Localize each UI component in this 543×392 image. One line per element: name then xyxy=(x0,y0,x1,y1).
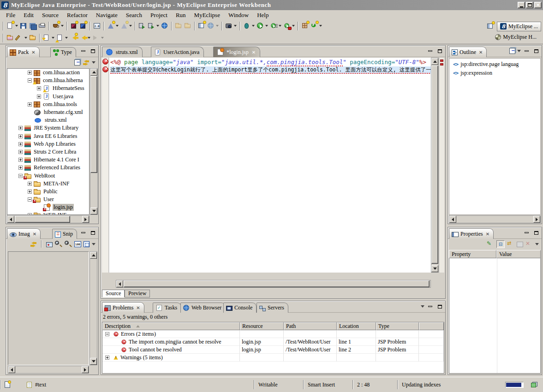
dropdown-arrow-icon[interactable] xyxy=(88,37,90,39)
scroll-left-arrow[interactable] xyxy=(8,366,15,373)
maximize-view-button[interactable] xyxy=(89,229,97,236)
close-button[interactable] xyxy=(534,2,542,8)
dropdown-arrow-icon[interactable] xyxy=(279,25,281,27)
tree-item[interactable]: User xyxy=(7,196,89,203)
error-overview-mark[interactable] xyxy=(440,59,443,62)
dropdown-arrow-icon[interactable] xyxy=(265,25,268,27)
new-web-project-button[interactable] xyxy=(51,20,65,31)
zoom-in-button[interactable] xyxy=(65,240,72,248)
refresh-button[interactable] xyxy=(310,20,323,31)
tree-item[interactable]: hibernate.cfg.xml xyxy=(7,108,89,116)
dropdown-arrow-icon[interactable] xyxy=(61,25,64,27)
expand-toggle[interactable] xyxy=(37,95,41,99)
scroll-down-arrow[interactable] xyxy=(431,265,438,272)
tree-item[interactable]: WEB-INF xyxy=(7,211,89,215)
scroll-thumb[interactable] xyxy=(431,65,438,264)
tree-item[interactable]: struts.xml xyxy=(7,116,89,124)
column-description[interactable]: Description xyxy=(102,322,240,330)
tab-snippets[interactable]: Snip xyxy=(52,229,77,239)
source-tab[interactable]: Source xyxy=(102,290,125,297)
maximize-button[interactable] xyxy=(526,2,533,8)
scroll-right-arrow[interactable] xyxy=(533,216,540,223)
close-icon[interactable] xyxy=(136,305,140,310)
screen-capture-button[interactable] xyxy=(224,20,238,31)
tab-tasks[interactable]: Tasks xyxy=(153,303,181,313)
editor-tab-struts-xml[interactable]: struts.xml xyxy=(102,47,143,57)
next-annotation-button[interactable] xyxy=(42,32,55,43)
tab-type-hierarchy[interactable]: Type xyxy=(50,47,76,57)
tree-item[interactable]: Web App Libraries xyxy=(7,140,89,148)
scroll-thumb[interactable] xyxy=(124,280,430,287)
web-tools-button[interactable] xyxy=(206,20,220,31)
scroll-left-arrow[interactable] xyxy=(449,216,456,223)
db-explorer-button[interactable] xyxy=(137,20,147,31)
error-marker-icon[interactable] xyxy=(102,66,108,72)
expand-toggle[interactable] xyxy=(28,182,32,186)
collapse-all-button[interactable] xyxy=(74,59,80,65)
editor-tab-login-jsp[interactable]: *login.jsp xyxy=(213,47,260,57)
expand-toggle[interactable] xyxy=(18,134,23,138)
expand-toggle[interactable] xyxy=(28,213,32,215)
mark-occurrences-button[interactable] xyxy=(15,32,28,43)
tree-item[interactable]: Struts 2 Core Libra xyxy=(7,148,89,156)
dropdown-arrow-icon[interactable] xyxy=(156,25,159,27)
dropdown-arrow-icon[interactable] xyxy=(116,25,119,27)
tree-item[interactable]: com.lihua.tools xyxy=(7,101,89,108)
new-ear-module-button[interactable] xyxy=(69,20,78,31)
editor-tab-useraction-java[interactable]: UserAction.java xyxy=(151,47,204,57)
print-button[interactable] xyxy=(37,20,47,31)
tree-item[interactable]: Hibernate 4.1 Core I xyxy=(7,156,89,164)
fastview-cell[interactable] xyxy=(1,380,23,390)
tab-web-browser[interactable]: Web Browser xyxy=(180,303,226,313)
expand-toggle[interactable] xyxy=(37,86,41,90)
link-with-editor-button[interactable] xyxy=(30,242,37,247)
maximize-view-button[interactable] xyxy=(89,48,97,54)
close-icon[interactable] xyxy=(252,50,256,55)
maximize-view-button[interactable] xyxy=(436,303,444,310)
menu-project[interactable]: Project xyxy=(146,11,172,20)
debug-button[interactable] xyxy=(242,20,256,31)
menu-navigate[interactable]: Navigate xyxy=(92,11,122,20)
tab-servers[interactable]: Servers xyxy=(257,303,288,313)
expand-toggle[interactable] xyxy=(18,126,23,130)
tree-item[interactable]: JRE System Library xyxy=(7,124,89,132)
new-report-button[interactable] xyxy=(197,20,206,31)
expand-toggle[interactable] xyxy=(28,71,32,75)
dropdown-arrow-icon[interactable] xyxy=(65,37,68,39)
tab-properties[interactable]: Properties xyxy=(449,228,494,239)
editor-vertical-scrollbar[interactable] xyxy=(431,58,439,273)
view-menu-button[interactable] xyxy=(92,243,95,245)
error-marker-icon[interactable] xyxy=(102,59,108,65)
run-history-button[interactable] xyxy=(269,20,282,31)
tab-outline[interactable]: Outline xyxy=(449,47,487,57)
scroll-down-arrow[interactable] xyxy=(90,358,97,365)
menu-refactor[interactable]: Refactor xyxy=(63,11,92,20)
scroll-left-arrow[interactable] xyxy=(116,280,123,287)
export-button[interactable] xyxy=(183,20,192,31)
tab-image-preview[interactable]: Imag xyxy=(7,228,41,239)
tab-package-explorer[interactable]: Pack xyxy=(7,47,40,57)
new-wizard-button[interactable] xyxy=(6,20,19,31)
dropdown-arrow-icon[interactable] xyxy=(292,25,295,27)
collapse-toggle[interactable] xyxy=(28,78,32,83)
dropdown-arrow-icon[interactable] xyxy=(15,25,18,27)
problems-group-warnings[interactable]: Warnings (5 items) xyxy=(102,354,444,362)
back-button[interactable] xyxy=(78,32,91,43)
tree-item[interactable]: com.lihua.action xyxy=(7,69,89,77)
expand-toggle[interactable] xyxy=(18,166,23,170)
explorer-vertical-scrollbar[interactable] xyxy=(90,68,98,215)
dropdown-arrow-icon[interactable] xyxy=(234,25,237,27)
save-button[interactable] xyxy=(19,20,28,31)
minimize-view-button[interactable] xyxy=(79,48,87,54)
maximize-view-button[interactable] xyxy=(436,48,444,54)
column-type[interactable]: Type xyxy=(376,322,419,330)
perspective-other-button[interactable]: MyEclipse H... xyxy=(503,34,537,41)
menu-myeclipse[interactable]: MyEclipse xyxy=(190,11,224,20)
forward-button[interactable] xyxy=(91,32,105,43)
dropdown-arrow-icon[interactable] xyxy=(24,37,27,39)
scroll-up-arrow[interactable] xyxy=(90,252,97,259)
dropdown-arrow-icon[interactable] xyxy=(216,25,219,27)
menu-edit[interactable]: Edit xyxy=(19,11,38,20)
link-with-editor-button[interactable] xyxy=(83,60,90,65)
scroll-down-arrow[interactable] xyxy=(90,208,97,214)
